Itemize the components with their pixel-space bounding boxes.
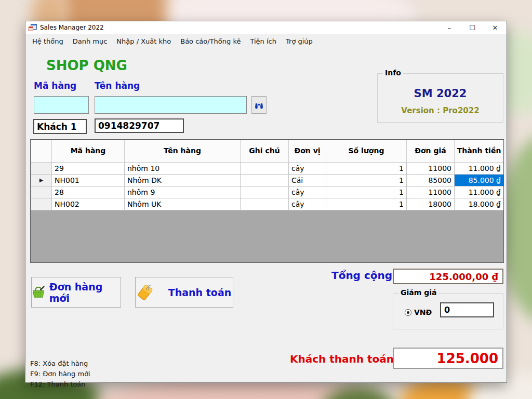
khach-thanh-toan-label: Khách thanh toán: [290, 353, 394, 365]
grid-header-row: Mã hàng Tên hàng Ghi chú Đơn vị Số lượng…: [31, 140, 504, 162]
cell-thanh-tien[interactable]: 85.000 ₫: [455, 174, 504, 186]
hotkey-f9: F9: Đơn hàng mới: [30, 369, 90, 379]
row-selector-cell[interactable]: [31, 186, 52, 198]
minimize-button[interactable]: –: [438, 21, 461, 34]
order-grid[interactable]: Mã hàng Tên hàng Ghi chú Đơn vị Số lượng…: [30, 139, 504, 263]
cell-ten-hang[interactable]: Nhôm ĐK: [125, 174, 241, 186]
row-selector-cell[interactable]: [31, 162, 52, 174]
cell-don-gia[interactable]: 11000: [407, 162, 455, 174]
cell-thanh-tien[interactable]: 11.000 ₫: [455, 186, 504, 198]
search-button[interactable]: [251, 96, 267, 114]
grid-header-ten-hang[interactable]: Tên hàng: [125, 140, 241, 162]
cell-don-vi[interactable]: cây: [289, 198, 326, 210]
table-row[interactable]: 28 nhôm 9 cây 1 11000 11.000 ₫: [31, 186, 504, 198]
cell-thanh-tien[interactable]: 18.000 ₫: [455, 198, 504, 210]
close-button[interactable]: ✕: [484, 21, 507, 34]
app-icon: [29, 24, 37, 32]
cell-ma-hang[interactable]: 29: [52, 162, 125, 174]
new-order-button[interactable]: Đơn hàng mới: [31, 277, 121, 308]
grid-header-marker: [31, 140, 52, 162]
cell-ghi-chu[interactable]: [241, 186, 289, 198]
hotkey-f8: F8: Xóa đặt hàng: [30, 358, 90, 369]
tong-cong-field[interactable]: 125.000,00 ₫: [393, 269, 503, 284]
binoculars-icon: [255, 101, 263, 109]
table-row[interactable]: 29 nhôm 10 cây 1 11000 11.000 ₫: [31, 162, 504, 174]
grid-header-so-luong[interactable]: Số lượng: [326, 140, 407, 162]
ten-hang-input[interactable]: [95, 96, 247, 114]
cell-don-gia[interactable]: 18000: [407, 198, 455, 210]
table-row[interactable]: ▶ NH001 Nhôm ĐK Cái 1 85000 85.000 ₫: [31, 174, 504, 186]
menu-he-thong[interactable]: Hệ thống: [28, 35, 68, 47]
ten-hang-label: Tên hàng: [95, 81, 140, 91]
table-row[interactable]: NH002 Nhôm UK cây 1 18000 18.000 ₫: [31, 198, 504, 210]
cell-so-luong[interactable]: 1: [326, 198, 407, 210]
menu-tro-giup[interactable]: Trợ giúp: [281, 35, 317, 47]
info-version: Version : Pro2022: [378, 106, 503, 115]
basket-icon: [32, 285, 46, 299]
cell-ma-hang[interactable]: NH002: [52, 198, 125, 210]
customer-name-input[interactable]: Khách 1: [33, 119, 87, 134]
cell-don-gia[interactable]: 11000: [407, 186, 455, 198]
grid-body: 29 nhôm 10 cây 1 11000 11.000 ₫ ▶ NH001 …: [31, 162, 504, 210]
discount-groupbox: Giảm giá VNĐ 0: [393, 293, 503, 329]
customer-phone-input[interactable]: 0914829707: [95, 118, 184, 133]
discount-input[interactable]: 0: [440, 302, 494, 317]
checkout-button[interactable]: Thanh toán: [135, 277, 233, 308]
cell-ghi-chu[interactable]: [241, 174, 289, 186]
ma-hang-input[interactable]: [34, 96, 89, 114]
menu-nhap-xuat[interactable]: Nhập / Xuất kho: [112, 35, 176, 47]
vnd-radio-label: VNĐ: [414, 308, 432, 316]
cell-ten-hang[interactable]: Nhôm UK: [125, 198, 241, 210]
ma-hang-label: Mã hàng: [34, 81, 76, 91]
new-order-label: Đơn hàng mới: [49, 281, 121, 304]
maximize-button[interactable]: ☐: [461, 21, 484, 34]
grid-header-don-gia[interactable]: Đơn giá: [407, 140, 455, 162]
cell-ghi-chu[interactable]: [241, 162, 289, 174]
menu-bar: Hệ thống Danh mục Nhập / Xuất kho Báo cá…: [25, 34, 507, 48]
grid-header-thanh-tien[interactable]: Thành tiền: [455, 140, 504, 162]
hotkey-f12: F12: Thanh toán: [30, 379, 90, 390]
window-title: Sales Manager 2022: [40, 24, 104, 31]
menu-tien-ich[interactable]: Tiện ích: [245, 35, 281, 47]
cell-thanh-tien[interactable]: 11.000 ₫: [455, 162, 504, 174]
info-product: SM 2022: [378, 87, 503, 100]
price-tag-icon: [137, 283, 155, 302]
cell-so-luong[interactable]: 1: [326, 162, 407, 174]
grid-header-ma-hang[interactable]: Mã hàng: [52, 140, 125, 162]
menu-bao-cao[interactable]: Báo cáo/Thống kê: [176, 35, 245, 47]
row-selector-cell[interactable]: ▶: [31, 174, 52, 186]
info-groupbox: Info SM 2022 Version : Pro2022: [377, 73, 503, 123]
cell-so-luong[interactable]: 1: [326, 174, 407, 186]
grid-header-don-vi[interactable]: Đơn vị: [289, 140, 326, 162]
cell-so-luong[interactable]: 1: [326, 186, 407, 198]
cell-ten-hang[interactable]: nhôm 10: [125, 162, 241, 174]
cell-ma-hang[interactable]: 28: [52, 186, 125, 198]
tong-cong-label: Tổng cộng: [331, 269, 392, 282]
row-selector-cell[interactable]: [31, 198, 52, 210]
cell-don-gia[interactable]: 85000: [407, 174, 455, 186]
cell-ghi-chu[interactable]: [241, 198, 289, 210]
checkout-label: Thanh toán: [168, 287, 231, 298]
cell-don-vi[interactable]: cây: [289, 186, 326, 198]
app-window: Sales Manager 2022 – ☐ ✕ Hệ thống Danh m…: [25, 21, 507, 383]
client-area: SHOP QNG Mã hàng Tên hàng Khách 1 091482…: [25, 48, 507, 383]
cell-don-vi[interactable]: Cái: [289, 174, 326, 186]
grid-header-ghi-chu[interactable]: Ghi chú: [241, 140, 289, 162]
cell-don-vi[interactable]: cây: [289, 162, 326, 174]
title-bar[interactable]: Sales Manager 2022 – ☐ ✕: [25, 21, 507, 34]
cell-ten-hang[interactable]: nhôm 9: [125, 186, 241, 198]
vnd-radio[interactable]: [405, 309, 411, 316]
shop-title: SHOP QNG: [46, 58, 127, 73]
khach-thanh-toan-field[interactable]: 125.000: [393, 348, 503, 369]
discount-group-label: Giảm giá: [398, 288, 438, 297]
cell-ma-hang[interactable]: NH001: [52, 174, 125, 186]
info-group-label: Info: [383, 69, 403, 77]
hotkey-help: F8: Xóa đặt hàng F9: Đơn hàng mới F12: T…: [30, 358, 90, 390]
menu-danh-muc[interactable]: Danh mục: [68, 35, 112, 47]
